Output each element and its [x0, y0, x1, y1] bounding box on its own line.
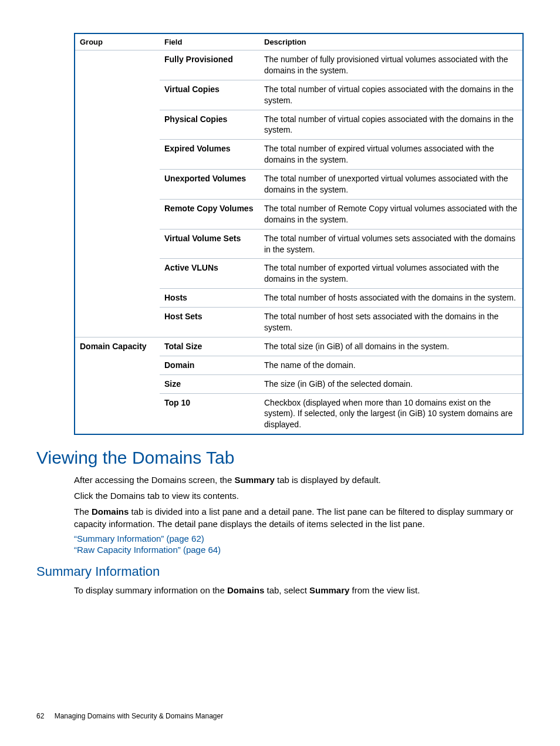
description-cell: The total number of hosts associated wit…	[259, 289, 523, 308]
table-row: Domain Capacity Total Size The total siz…	[75, 337, 523, 356]
text: tab, select	[264, 585, 309, 595]
description-cell: The total number of virtual copies assoc…	[259, 110, 523, 140]
fields-table: Group Field Description Fully Provisione…	[74, 33, 524, 435]
table-header-field: Field	[160, 33, 259, 50]
field-cell: Size	[160, 374, 259, 393]
bold-text: Domains	[92, 507, 129, 517]
text: To display summary information on the	[74, 585, 227, 595]
chapter-title: Managing Domains with Security & Domains…	[55, 712, 223, 720]
link-summary-information[interactable]: “Summary Information” (page 62)	[74, 534, 524, 544]
text: tab is divided into a list pane and a de…	[74, 507, 513, 529]
bold-text: Summary	[309, 585, 349, 595]
description-cell: The total number of exported virtual vol…	[259, 259, 523, 289]
description-cell: The total number of expired virtual volu…	[259, 140, 523, 170]
text: tab is displayed by default.	[275, 475, 381, 485]
paragraph: The Domains tab is divided into a list p…	[74, 505, 524, 530]
text: from the view list.	[349, 585, 420, 595]
field-cell: Total Size	[160, 337, 259, 356]
page-footer: 62 Managing Domains with Security & Doma…	[36, 712, 223, 720]
description-cell: Checkbox (displayed when more than 10 do…	[259, 393, 523, 434]
field-cell: Unexported Volumes	[160, 170, 259, 200]
description-cell: The number of fully provisioned virtual …	[259, 50, 523, 80]
description-cell: The total number of Remote Copy virtual …	[259, 199, 523, 229]
field-cell: Virtual Copies	[160, 80, 259, 110]
description-cell: The name of the domain.	[259, 356, 523, 374]
text: After accessing the Domains screen, the	[74, 475, 234, 485]
field-cell: Virtual Volume Sets	[160, 229, 259, 259]
field-cell: Remote Copy Volumes	[160, 199, 259, 229]
bold-text: Domains	[227, 585, 264, 595]
description-cell: The total number of host sets associated…	[259, 308, 523, 337]
description-cell: The size (in GiB) of the selected domain…	[259, 374, 523, 393]
description-cell: The total number of virtual volumes sets…	[259, 229, 523, 259]
paragraph: Click the Domains tab to view its conten…	[74, 490, 524, 502]
field-cell: Expired Volumes	[160, 140, 259, 170]
link-raw-capacity-information[interactable]: “Raw Capacity Information” (page 64)	[74, 545, 524, 555]
field-cell: Domain	[160, 356, 259, 374]
bold-text: Summary	[234, 475, 274, 485]
description-cell: The total number of unexported virtual v…	[259, 170, 523, 200]
description-cell: The total number of virtual copies assoc…	[259, 80, 523, 110]
table-row: Fully Provisioned The number of fully pr…	[75, 50, 523, 80]
group-cell: Domain Capacity	[75, 337, 160, 434]
group-cell	[75, 50, 160, 337]
table-header-description: Description	[259, 33, 523, 50]
page-number: 62	[36, 712, 44, 720]
table-header-group: Group	[75, 33, 160, 50]
description-cell: The total size (in GiB) of all domains i…	[259, 337, 523, 356]
field-cell: Top 10	[160, 393, 259, 434]
section-heading: Viewing the Domains Tab	[36, 448, 524, 468]
field-cell: Hosts	[160, 289, 259, 308]
field-cell: Host Sets	[160, 308, 259, 337]
subsection-heading: Summary Information	[36, 564, 524, 579]
paragraph: To display summary information on the Do…	[74, 584, 524, 596]
text: The	[74, 507, 92, 517]
field-cell: Fully Provisioned	[160, 50, 259, 80]
field-cell: Physical Copies	[160, 110, 259, 140]
paragraph: After accessing the Domains screen, the …	[74, 474, 524, 486]
field-cell: Active VLUNs	[160, 259, 259, 289]
